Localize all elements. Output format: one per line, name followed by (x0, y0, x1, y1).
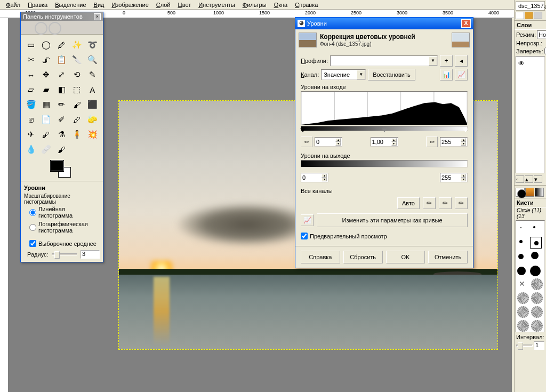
perspective-tool-icon[interactable]: ◧ (55, 83, 69, 97)
radius-input[interactable]: 3 (81, 250, 100, 259)
brush-grid[interactable]: ✕ (516, 220, 545, 332)
menu-help[interactable]: Справка (291, 1, 322, 8)
toolbox-titlebar[interactable]: Панель инструментов × (21, 12, 103, 21)
layers-list[interactable]: 👁 (516, 56, 545, 173)
flip-tool-icon[interactable]: ⬚ (70, 83, 84, 97)
pencil-tool-icon[interactable]: ✏ (55, 98, 69, 111)
pick-black-button[interactable]: ✏ (423, 197, 436, 209)
airbrush-tool-icon[interactable]: ⎚ (24, 113, 38, 126)
shear-tool-icon[interactable]: ▰ (39, 83, 53, 97)
crop-tool-icon[interactable]: ⟲ (70, 68, 84, 82)
preview-check[interactable] (301, 233, 308, 239)
brushes-tab-icon[interactable] (516, 188, 525, 197)
fg-color-swatch[interactable] (51, 161, 63, 171)
menu-color[interactable]: Цвет (174, 1, 195, 8)
foreground-select-tool-icon[interactable]: 🖇 (39, 53, 53, 67)
tool-35-icon[interactable]: 💥 (85, 127, 99, 141)
menu-windows[interactable]: Окна (270, 1, 292, 8)
edit-as-curves-button[interactable]: Изменить эти параметры как кривые (317, 213, 468, 227)
output-high-spin[interactable]: 255▴▾ (440, 173, 468, 182)
linear-histogram-radio[interactable] (29, 209, 36, 216)
raise-layer-icon[interactable]: ▴ (525, 175, 533, 183)
tool-37-icon[interactable]: 🩹 (39, 142, 53, 156)
heal-tool-icon[interactable]: 🖊 (70, 113, 84, 126)
tool-34-icon[interactable]: 🧍 (70, 127, 84, 141)
log-hist-button[interactable]: 📈 (455, 69, 468, 81)
pick-white-button[interactable]: ✏ (455, 197, 468, 209)
channel-combo[interactable]: Значение▼ (321, 69, 366, 80)
rotate-tool-icon[interactable]: ✎ (85, 68, 99, 82)
close-icon[interactable]: X (461, 19, 471, 28)
restore-button[interactable]: Восстановить (368, 69, 415, 81)
cancel-button[interactable]: Отменить (428, 251, 468, 263)
input-gamma-spin[interactable]: 1,00▴▾ (371, 137, 398, 147)
fuzzy-select-tool-icon[interactable]: ✨ (70, 38, 84, 52)
eraser-tool-icon[interactable]: ⬛ (85, 98, 99, 111)
gradients-tab-icon[interactable] (535, 188, 544, 197)
color-picker-tool-icon[interactable]: 🔪 (70, 53, 84, 67)
interval-slider[interactable] (516, 345, 533, 347)
ellipse-select-tool-icon[interactable]: ◯ (39, 38, 53, 52)
text-tool-icon[interactable]: A (85, 83, 99, 97)
sample-average-check[interactable] (29, 240, 36, 247)
lock-check[interactable] (544, 47, 546, 54)
radius-slider[interactable] (52, 253, 77, 255)
menu-filters[interactable]: Фильтры (239, 1, 270, 8)
tool-36-icon[interactable]: 💧 (24, 142, 38, 156)
channels-tab-icon[interactable] (525, 12, 533, 19)
add-profile-button[interactable]: + (440, 55, 453, 67)
blur-tool-icon[interactable]: ✈ (24, 127, 38, 141)
align-tool-icon[interactable]: ⤢ (55, 68, 69, 82)
layers-tab-icon[interactable] (516, 12, 524, 19)
scissors-tool-icon[interactable]: ✂ (24, 53, 38, 67)
bucket-fill-tool-icon[interactable]: 🪣 (24, 98, 38, 111)
menu-select[interactable]: Выделение (51, 1, 90, 8)
ink-tool-icon[interactable]: 📄 (39, 113, 53, 126)
output-low-spin[interactable]: 0▴▾ (301, 173, 328, 182)
rect-select-tool-icon[interactable]: ▭ (24, 38, 38, 52)
auto-button[interactable]: Авто (397, 197, 420, 209)
pick-gray-button[interactable]: ✏ (439, 197, 452, 209)
menu-tools[interactable]: Инструменты (195, 1, 239, 8)
prev-profile-button[interactable]: ◂ (455, 55, 468, 67)
selected-brush[interactable] (530, 237, 542, 249)
paintbrush-tool-icon[interactable]: 🖌 (70, 98, 84, 111)
lower-layer-icon[interactable]: ▾ (534, 175, 542, 183)
fg-bg-color[interactable] (21, 159, 103, 181)
zoom-tool-icon[interactable]: 🔍 (85, 53, 99, 67)
paths-tab-icon[interactable] (534, 12, 542, 19)
new-layer-icon[interactable]: ▫ (516, 175, 524, 183)
white-point-slider[interactable] (463, 129, 468, 135)
clone-tool-icon[interactable]: ✐ (55, 113, 69, 126)
menu-view[interactable]: Вид (90, 1, 108, 8)
scale-tool-icon[interactable]: ▱ (24, 83, 38, 97)
menu-edit[interactable]: Правка (24, 1, 51, 8)
move-tool-icon[interactable]: ✥ (39, 68, 53, 82)
menu-image[interactable]: Изображение (108, 1, 152, 8)
profile-combo[interactable]: ▼ (330, 55, 438, 66)
perspective-clone-tool-icon[interactable]: 🧽 (85, 113, 99, 126)
histogram[interactable] (301, 91, 468, 125)
gamma-slider[interactable] (382, 129, 387, 135)
ok-button[interactable]: OK (386, 251, 425, 263)
output-gradient[interactable] (301, 160, 468, 167)
smudge-tool-icon[interactable]: 🖋 (39, 127, 53, 141)
free-select-tool-icon[interactable]: 🖉 (55, 38, 69, 52)
paths-tool-icon[interactable]: 📋 (55, 53, 69, 67)
blend-tool-icon[interactable]: ▦ (39, 98, 53, 111)
input-low-spin[interactable]: 0▴▾ (315, 137, 342, 147)
white-picker-icon[interactable]: ✏ (426, 137, 438, 147)
input-high-spin[interactable]: 255▴▾ (440, 137, 468, 147)
linear-hist-button[interactable]: 📊 (440, 69, 453, 81)
black-point-slider[interactable] (300, 129, 306, 135)
tool-38-icon[interactable]: 🖌 (55, 142, 69, 156)
log-histogram-radio[interactable] (29, 224, 36, 231)
doc-tab[interactable]: dsc_1357.j (516, 1, 545, 11)
input-gradient[interactable] (301, 126, 468, 131)
menu-layer[interactable]: Слой (152, 1, 174, 8)
curves-icon-button[interactable]: 📈 (301, 214, 314, 226)
levels-titlebar[interactable]: ◕ Уровни X (295, 18, 473, 29)
close-icon[interactable]: × (94, 13, 101, 20)
black-picker-icon[interactable]: ✏ (301, 137, 312, 147)
interval-value[interactable]: 1 (534, 341, 544, 350)
